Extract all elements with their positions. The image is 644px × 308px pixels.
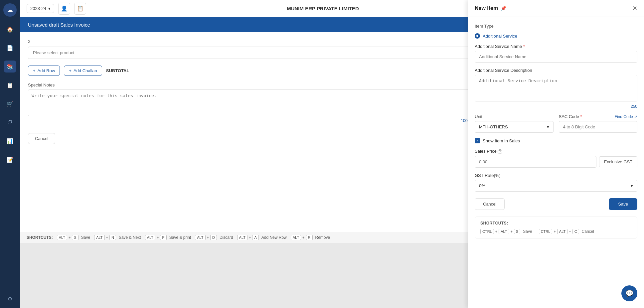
service-desc-label: Additional Service Description [475,68,637,73]
unit-value: MTH-OTHERS [479,124,508,129]
shortcut-save-print: ALT + P Save & print [145,235,191,240]
sac-code-label: SAC Code * [559,114,582,119]
shortcut-save-print-label: Save & print [169,235,191,240]
alt-key-d: ALT [195,235,205,240]
exclusive-gst-toggle[interactable]: Exclusive GST [599,156,637,167]
sidebar-item-purchase[interactable]: 🛒 [4,98,16,110]
gst-rate-select[interactable]: 0% ▾ [475,180,637,192]
sales-price-label: Sales Price ? [475,149,637,154]
shortcut-add-row: ALT + A Add New Row [237,235,287,240]
panel-save-button[interactable]: Save [609,198,637,210]
sidebar-item-notes[interactable]: 📝 [4,154,16,166]
gst-rate-chevron-icon: ▾ [631,183,633,188]
panel-shortcut-save: CTRL + ALT + S Save [480,229,532,234]
panel-cancel-button[interactable]: Cancel [475,198,505,210]
new-item-panel: New Item 📌 ✕ Item Type Additional Servic… [468,0,644,308]
sales-price-row: Exclusive GST [475,156,637,168]
service-desc-group: Additional Service Description 250 [475,68,637,109]
panel-shortcuts-title: SHORTCUTS: [480,221,632,226]
checkmark-icon: ✓ [476,139,479,143]
add-row-label: Add Row [38,68,55,73]
special-notes-input[interactable] [28,89,470,116]
shortcut-save-next-label: Save & Next [119,235,141,240]
help-btn[interactable]: 👤 [58,3,70,15]
sidebar-item-home[interactable]: 🏠 [4,23,16,35]
unit-group: Unit MTH-OTHERS ▾ [475,114,554,133]
invoice-cancel-button[interactable]: Cancel [28,133,55,144]
shortcut-save: ALT + S Save [57,235,90,240]
find-code-link[interactable]: Find Code ↗ [615,114,637,119]
shortcuts-label: SHORTCUTS: [27,235,53,240]
gst-rate-group: GST Rate(%) 0% ▾ [475,173,637,192]
panel-actions: Cancel Save [468,198,644,217]
alt-key-n: ALT [94,235,104,240]
show-in-sales-row[interactable]: ✓ Show Item In Sales [475,138,637,143]
item-type-option[interactable]: Additional Service [475,33,637,39]
alt-key-cancel: ALT [557,229,567,234]
sales-price-input[interactable] [475,156,596,168]
sac-code-group: SAC Code * Find Code ↗ [559,114,638,133]
sidebar-item-settings[interactable]: ⚙ [4,293,16,305]
panel-title-row: New Item 📌 [475,5,506,11]
service-name-input[interactable] [475,51,637,63]
plus-challan-icon: + [69,68,72,73]
chat-button[interactable]: 💬 [621,285,637,301]
subtotal-label: SUBTOTAL [106,68,129,73]
ctrl-key-cancel: CTRL [539,229,553,234]
sidebar-item-invoices[interactable]: 📋 [4,79,16,91]
item-type-group: Item Type Additional Service [475,24,637,39]
sales-price-info-icon[interactable]: ? [498,149,502,154]
radio-dot-inner [476,35,478,37]
desc-char-count: 250 [475,104,637,109]
p-key: P [160,235,166,240]
shortcut-remove: ALT + R Remove [291,235,330,240]
alt-key: ALT [57,235,67,240]
show-in-sales-checkbox[interactable]: ✓ [475,138,480,143]
show-in-sales-label: Show Item In Sales [483,138,520,143]
app-logo: ☁ [3,3,17,17]
edit-btn[interactable]: 📋 [74,3,86,15]
service-desc-input[interactable] [475,75,637,101]
special-notes-char-count: 1000 [28,118,470,123]
panel-shortcut-cancel: CTRL + ALT + C Cancel [539,229,594,234]
panel-save-shortcut-label: Save [523,229,532,234]
shortcut-remove-label: Remove [315,235,330,240]
sidebar: ☁ 🏠 📄 📚 📋 🛒 ⏱ 📊 📝 ⚙ [0,0,20,308]
unit-label: Unit [475,114,554,119]
required-star: * [523,44,525,49]
alt-key-a: ALT [237,235,247,240]
add-row-button[interactable]: + Add Row [28,66,60,76]
shortcut-save-next: ALT + N Save & Next [94,235,141,240]
shortcut-discard: ALT + D Discard [195,235,233,240]
sidebar-item-reports[interactable]: 📊 [4,135,16,147]
year-selector[interactable]: 2023-24 ▾ [27,4,54,13]
item-type-label: Item Type [475,24,637,29]
add-challan-button[interactable]: + Add Challan [64,66,102,76]
gst-rate-label: GST Rate(%) [475,173,637,178]
special-notes-label: Special Notes [28,82,470,87]
service-name-group: Additional Service Name * [475,44,637,63]
unit-select[interactable]: MTH-OTHERS ▾ [475,121,554,133]
panel-header: New Item 📌 ✕ [468,0,644,17]
special-notes-section: Special Notes 1000 [28,82,470,123]
sidebar-item-ledger[interactable]: 📚 [4,61,16,73]
alt-key-save: ALT [499,229,509,234]
sidebar-item-documents[interactable]: 📄 [4,42,16,54]
panel-shortcuts: SHORTCUTS: CTRL + ALT + S Save CTRL + AL… [475,217,637,238]
sales-price-group: Sales Price ? Exclusive GST [475,149,637,168]
service-name-label: Additional Service Name * [475,44,637,49]
shortcut-save-label: Save [81,235,90,240]
panel-body: Item Type Additional Service Additional … [468,17,644,198]
year-label: 2023-24 [30,6,46,11]
s-key: S [72,235,78,240]
sidebar-item-time[interactable]: ⏱ [4,116,16,128]
year-chevron-icon: ▾ [48,6,51,11]
radio-dot [475,33,480,39]
sac-required-star: * [580,114,582,119]
sac-code-input[interactable] [559,121,638,133]
c-key-cancel: C [572,229,579,234]
close-icon[interactable]: ✕ [632,5,637,11]
unit-sac-row: Unit MTH-OTHERS ▾ SAC Code * Find Code [475,114,637,133]
shortcut-add-row-label: Add New Row [261,235,287,240]
pin-icon[interactable]: 📌 [501,6,506,11]
